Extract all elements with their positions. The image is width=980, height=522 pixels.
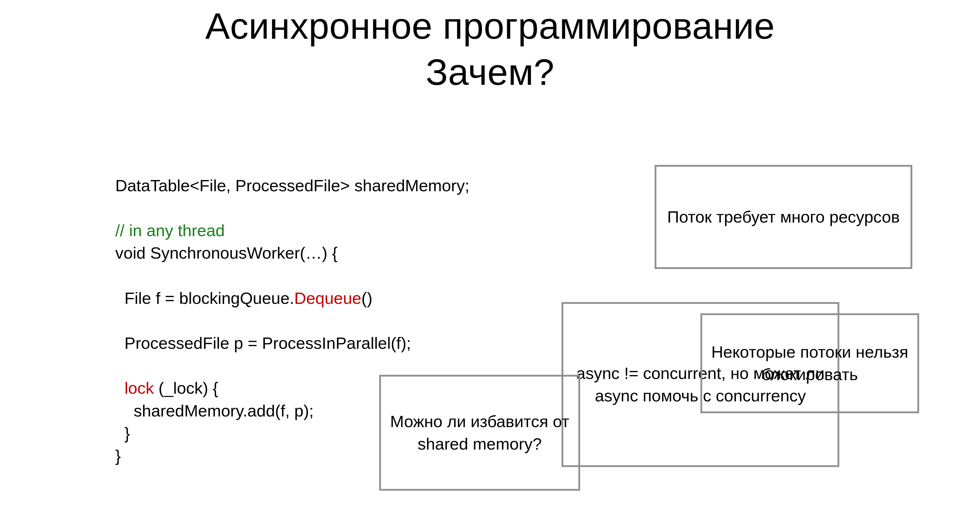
code-line-4c: () [361, 289, 372, 307]
code-line-3: void SynchronousWorker(…) { [115, 243, 337, 262]
code-line-5: ProcessedFile p = ProcessInParallel(f); [115, 334, 411, 352]
code-line-6c: (_lock) { [154, 379, 218, 397]
code-line-6a [115, 379, 124, 397]
callout-shared-memory: Можно ли избавится от shared memory? [379, 375, 580, 491]
title-line-2: Зачем? [426, 51, 554, 92]
code-dequeue: Dequeue [294, 289, 361, 307]
callout-nonblocking-threads-text: Некоторые потоки нельзя блокировать [708, 341, 912, 385]
code-line-4a: File f = blockingQueue. [115, 289, 294, 307]
code-lock: lock [124, 379, 154, 397]
callout-nonblocking-threads: Некоторые потоки нельзя блокировать [700, 314, 919, 413]
code-line-1: DataTable<File, ProcessedFile> sharedMem… [115, 176, 469, 195]
code-line-8: } [115, 424, 130, 442]
code-line-7: sharedMemory.add(f, p); [115, 401, 313, 420]
callout-thread-resources: Поток требует много ресурсов [655, 165, 912, 269]
title-line-1: Асинхронное программирование [205, 5, 775, 46]
slide: Асинхронное программирование Зачем? Data… [0, 0, 980, 522]
code-comment: // in any thread [115, 221, 224, 240]
callout-thread-resources-text: Поток требует много ресурсов [662, 206, 905, 228]
code-line-9: } [115, 446, 121, 465]
callout-shared-memory-text: Можно ли избавится от shared memory? [387, 410, 573, 455]
slide-title: Асинхронное программирование Зачем? [0, 3, 980, 95]
